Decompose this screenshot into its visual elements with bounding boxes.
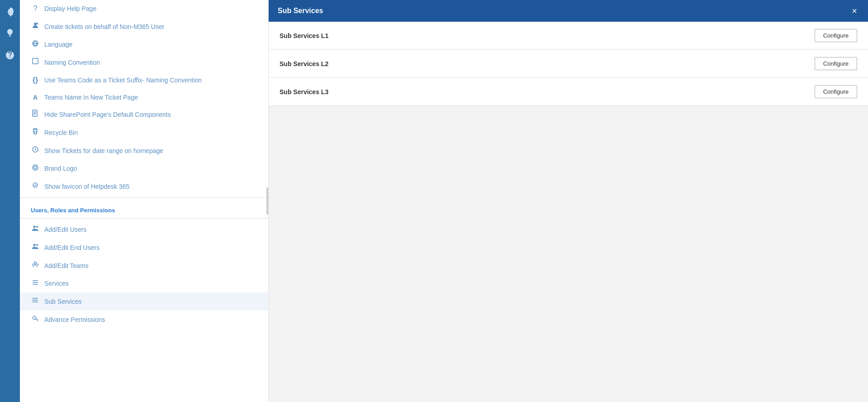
sidebar-item-brand-logo[interactable]: Brand Logo <box>20 160 268 178</box>
text-icon: A <box>31 93 40 101</box>
svg-point-15 <box>33 316 36 320</box>
sub-service-l1-label: Sub Services L1 <box>280 32 328 39</box>
sidebar-item-recycle-bin[interactable]: Recycle Bin <box>20 124 268 142</box>
svg-point-12 <box>33 244 36 246</box>
lightbulb-icon[interactable] <box>2 25 18 42</box>
question-icon: ? <box>31 4 40 14</box>
sidebar-item-naming-convention[interactable]: Naming Convention <box>20 53 268 72</box>
svg-text:+: + <box>37 23 38 25</box>
section-header-users-roles: Users, Roles and Permissions <box>20 200 268 216</box>
sidebar-item-language[interactable]: Language <box>20 36 268 54</box>
sidebar-item-advance-permissions[interactable]: Advance Permissions <box>20 311 268 329</box>
sidebar-item-teams-name[interactable]: A Teams Name In New Ticket Page <box>20 89 268 105</box>
trash-icon <box>31 128 40 138</box>
svg-point-10 <box>33 226 36 228</box>
section-divider <box>20 197 268 198</box>
panel-header: Sub Services × <box>269 0 868 22</box>
svg-point-13 <box>36 244 38 246</box>
page-icon <box>31 110 40 120</box>
sub-service-row-l2: Sub Services L2 Configure <box>269 50 868 78</box>
configure-l3-button[interactable]: Configure <box>815 85 857 98</box>
sidebar-item-sub-services[interactable]: Sub Services <box>20 292 268 311</box>
icon-rail <box>0 0 20 402</box>
sidebar-item-teams-code[interactable]: {} Use Teams Code as a Ticket Suffix- Na… <box>20 72 268 89</box>
sub-services-panel: Sub Services × Sub Services L1 Configure… <box>269 0 868 402</box>
scroll-handle <box>266 187 268 215</box>
sidebar-item-services[interactable]: Services <box>20 275 268 293</box>
configure-l1-button[interactable]: Configure <box>815 29 857 42</box>
end-users-icon <box>31 243 40 253</box>
favicon-icon <box>31 182 40 191</box>
sidebar-item-show-favicon[interactable]: Show favicon of Helpdesk 365 <box>20 177 268 196</box>
svg-rect-4 <box>33 58 38 64</box>
svg-point-14 <box>34 262 37 264</box>
svg-point-11 <box>36 226 38 228</box>
sidebar-item-display-help[interactable]: ? Display Help Page <box>20 0 268 18</box>
users-icon <box>31 225 40 234</box>
sidebar-item-add-edit-teams[interactable]: Add/Edit Teams <box>20 257 268 275</box>
sub-service-row-l3: Sub Services L3 Configure <box>269 78 868 106</box>
services-list-icon <box>31 279 40 289</box>
badge-icon <box>31 164 40 174</box>
user-icon: + <box>31 22 40 32</box>
gear-icon[interactable] <box>2 4 18 20</box>
sidebar-item-show-tickets[interactable]: Show Tickets for date range on homepage <box>20 142 268 160</box>
curly-icon: {} <box>31 76 40 85</box>
sidebar-item-add-edit-end-users[interactable]: Add/Edit End Users <box>20 239 268 257</box>
language-icon <box>31 40 40 50</box>
main-content: Sub Services × Sub Services L1 Configure… <box>269 0 868 402</box>
section-divider-2 <box>20 218 268 219</box>
sub-service-l2-label: Sub Services L2 <box>280 60 328 67</box>
sidebar: ? Display Help Page + Create tickets on … <box>20 0 269 402</box>
sub-service-l3-label: Sub Services L3 <box>280 88 328 96</box>
panel-title: Sub Services <box>278 7 323 15</box>
bracket-icon <box>31 57 40 67</box>
teams-icon <box>31 261 40 271</box>
sidebar-item-hide-sharepoint[interactable]: Hide SharePoint Page's Default Component… <box>20 105 268 124</box>
svg-point-8 <box>34 166 37 169</box>
svg-point-7 <box>33 165 38 170</box>
sidebar-item-create-tickets[interactable]: + Create tickets on behalf of Non-M365 U… <box>20 18 268 36</box>
sub-services-list-icon <box>31 297 40 306</box>
configure-l2-button[interactable]: Configure <box>815 57 857 70</box>
key-icon <box>31 315 40 325</box>
help-icon[interactable] <box>2 47 18 63</box>
panel-body: Sub Services L1 Configure Sub Services L… <box>269 22 868 402</box>
panel-close-button[interactable]: × <box>850 6 859 15</box>
sub-service-row-l1: Sub Services L1 Configure <box>269 22 868 50</box>
sidebar-item-add-edit-users[interactable]: Add/Edit Users <box>20 220 268 239</box>
clock-icon <box>31 146 40 156</box>
